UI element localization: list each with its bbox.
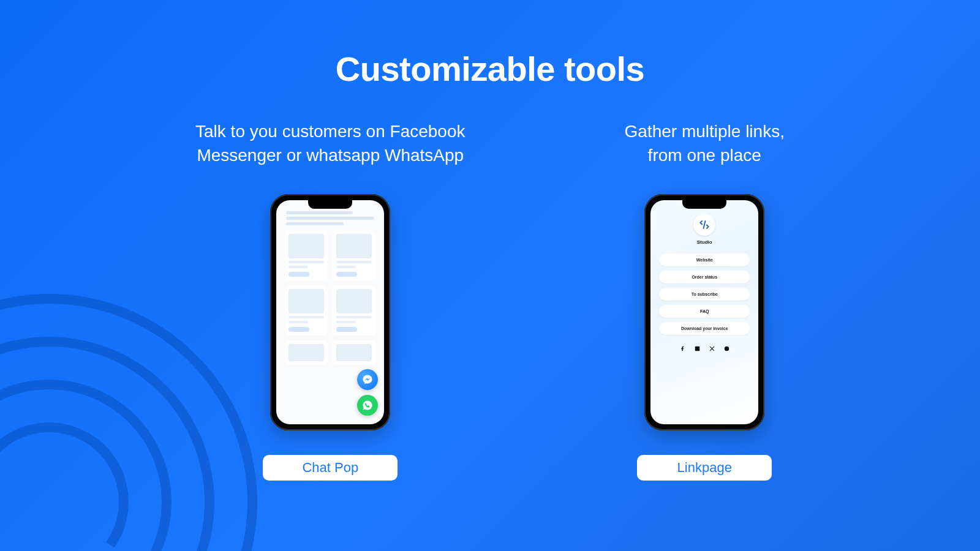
chatpop-button[interactable]: Chat Pop (263, 455, 398, 481)
social-icons (679, 345, 729, 351)
messenger-icon[interactable] (357, 369, 378, 390)
linkedin-icon[interactable] (694, 345, 700, 351)
chatpop-description: Talk to you customers on Facebook Messen… (195, 119, 465, 168)
phone-mockup-chatpop (270, 194, 390, 430)
page-title: Customizable tools (0, 0, 980, 89)
svg-point-1 (724, 346, 729, 351)
linkpage-button[interactable]: Linkpage (637, 455, 772, 481)
link-button[interactable]: Website (659, 253, 750, 266)
link-button[interactable]: Download your invoice (659, 322, 750, 335)
whatsapp-small-icon[interactable] (723, 345, 729, 351)
link-button[interactable]: To subscribe (659, 288, 750, 301)
linkpage-description: Gather multiple links, from one place (625, 119, 785, 168)
facebook-icon[interactable] (679, 345, 685, 351)
link-button[interactable]: Order status (659, 271, 750, 283)
whatsapp-icon[interactable] (357, 395, 378, 416)
link-button[interactable]: FAQ (659, 305, 750, 318)
phone-mockup-linkpage: Studio Website Order status To subscribe… (644, 194, 764, 430)
x-icon[interactable] (709, 345, 715, 351)
column-linkpage: Gather multiple links, from one place St… (625, 119, 785, 481)
brand-name: Studio (697, 239, 712, 245)
brand-avatar (693, 214, 715, 236)
column-chatpop: Talk to you customers on Facebook Messen… (195, 119, 465, 481)
svg-rect-0 (695, 346, 699, 351)
